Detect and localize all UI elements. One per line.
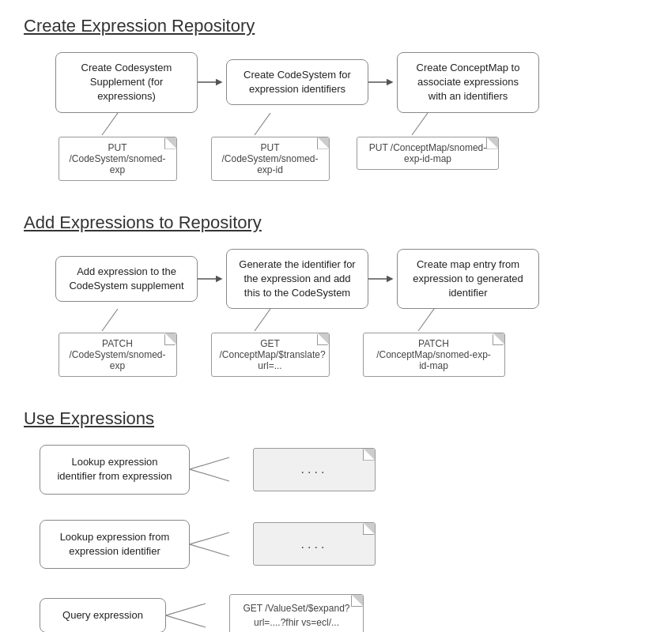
s1-box-2: Create CodeSystem for expression identif…	[226, 59, 368, 105]
svg-line-4	[412, 113, 428, 135]
use-item-1: Lookup expression identifier from expres…	[40, 445, 648, 494]
svg-line-14	[166, 604, 206, 615]
section2-title: Add Expressions to Repository	[24, 213, 648, 233]
s1-diag-3	[404, 113, 451, 137]
s2-note-3: PATCH /ConceptMap/snomed-exp-id-map	[363, 333, 505, 377]
s2-diag-3	[410, 309, 458, 333]
s2-box-2: Generate the identifier for the expressi…	[226, 249, 368, 310]
s1-note-2: PUT /CodeSystem/snomed-exp-id	[211, 137, 330, 181]
s1-box-3: Create ConceptMap to associate expressio…	[397, 52, 539, 113]
section2-notes-row: PATCH /CodeSystem/snomed-exp GET /Concep…	[24, 309, 648, 377]
section1-boxes-row: Create Codesystem Supplement (for expres…	[24, 52, 648, 113]
s2-arrow-1	[198, 271, 226, 287]
s2-diag-1	[94, 309, 142, 333]
svg-line-2	[102, 113, 118, 135]
svg-line-10	[190, 457, 229, 469]
svg-line-15	[166, 615, 206, 627]
s2-box-1: Add expression to the CodeSystem supplem…	[55, 256, 198, 302]
use-box-2: Lookup expression from expression identi…	[40, 520, 190, 569]
use-note-3: GET /ValueSet/$expand? url=....?fhir vs=…	[229, 594, 364, 632]
s2-note-1: PATCH /CodeSystem/snomed-exp	[59, 333, 177, 377]
s2-diag-2	[247, 309, 294, 333]
s2-arrow-2	[368, 271, 397, 287]
use-diag-2	[190, 525, 253, 564]
section-use-expressions: Use Expressions Lookup expression identi…	[24, 408, 648, 632]
svg-line-7	[102, 309, 118, 331]
s1-arrow-2	[368, 74, 397, 90]
s2-box-3: Create map entry from expression to gene…	[397, 249, 539, 310]
use-item-2: Lookup expression from expression identi…	[40, 520, 648, 569]
use-box-3: Query expression	[40, 598, 166, 632]
section1-title: Create Expression Repository	[24, 16, 648, 36]
s1-arrow-1	[198, 74, 226, 90]
section3-title: Use Expressions	[24, 408, 648, 429]
section1-flow: Create Codesystem Supplement (for expres…	[24, 52, 648, 181]
section-create-repo: Create Expression Repository Create Code…	[24, 16, 648, 181]
section1-notes-row: PUT /CodeSystem/snomed-exp PUT /CodeSyst…	[24, 113, 648, 181]
s2-note-2: GET /ConceptMap/$translate? url=...	[211, 333, 330, 377]
s1-note-3: PUT /ConceptMap/snomed-exp-id-map	[357, 137, 499, 170]
svg-line-3	[255, 113, 270, 135]
section2-boxes-row: Add expression to the CodeSystem supplem…	[24, 249, 648, 310]
svg-line-13	[190, 544, 229, 556]
svg-line-12	[190, 532, 229, 544]
s1-diag-2	[247, 113, 294, 137]
use-item-3: Query expression GET /ValueSet/$expand? …	[40, 594, 648, 632]
section2-flow: Add expression to the CodeSystem supplem…	[24, 249, 648, 378]
svg-line-8	[255, 309, 270, 331]
s1-box-1: Create Codesystem Supplement (for expres…	[55, 52, 198, 113]
use-note-2: ....	[253, 522, 376, 566]
use-diag-3	[166, 596, 229, 632]
use-box-1: Lookup expression identifier from expres…	[40, 445, 190, 494]
section3-items: Lookup expression identifier from expres…	[24, 445, 648, 632]
svg-line-9	[418, 309, 434, 331]
use-note-1: ....	[253, 448, 376, 491]
section-add-expressions: Add Expressions to Repository Add expres…	[24, 213, 648, 378]
use-diag-1	[190, 450, 253, 489]
svg-line-11	[190, 469, 229, 481]
s1-note-1: PUT /CodeSystem/snomed-exp	[59, 137, 177, 181]
s1-diag-1	[94, 113, 142, 137]
